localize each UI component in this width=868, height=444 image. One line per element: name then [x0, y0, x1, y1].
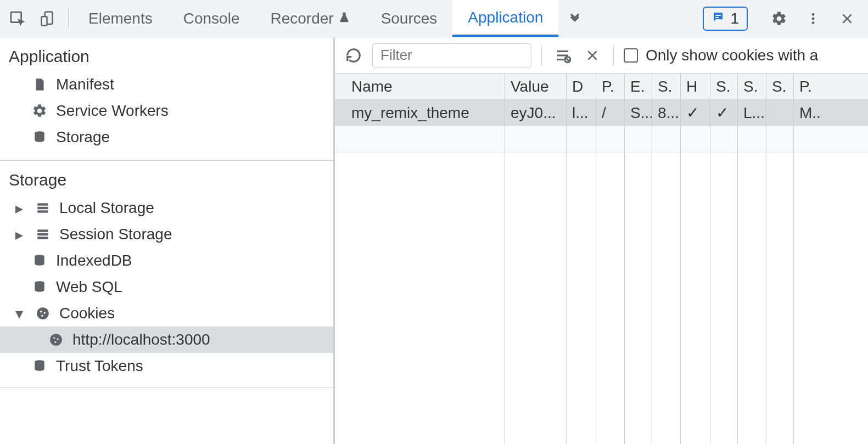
section-application-title: Application: [0, 37, 333, 71]
svg-rect-9: [37, 203, 48, 205]
svg-rect-3: [715, 15, 721, 16]
cell-path: /: [596, 100, 625, 126]
filter-separator: [541, 46, 542, 65]
table-row[interactable]: my_remix_theme eyJ0... l... / S... 8... …: [335, 100, 868, 126]
svg-point-17: [37, 307, 49, 319]
svg-point-18: [40, 311, 42, 312]
svg-rect-14: [37, 237, 48, 239]
section-storage-title: Storage: [0, 161, 333, 195]
toolbar-right: 1: [699, 0, 866, 37]
tab-recorder[interactable]: Recorder: [255, 0, 365, 37]
toolbar-separator: [68, 8, 69, 29]
sidebar-item-session-storage[interactable]: ▸ Session Storage: [0, 221, 333, 248]
database-icon: [31, 130, 48, 144]
svg-rect-4: [715, 17, 719, 18]
only-show-cookies-checkbox[interactable]: Only show cookies with a: [624, 47, 818, 64]
delete-icon[interactable]: [581, 44, 603, 66]
svg-rect-2: [42, 16, 47, 25]
table-body: my_remix_theme eyJ0... l... / S... 8... …: [335, 100, 868, 444]
col-value[interactable]: Value: [505, 74, 567, 99]
message-icon: [712, 10, 725, 27]
inspect-element-icon[interactable]: [2, 0, 33, 37]
kebab-menu-icon[interactable]: [798, 12, 828, 26]
sidebar-item-label: Cookies: [59, 305, 115, 322]
database-icon: [31, 280, 48, 294]
database-icon: [31, 254, 48, 268]
table-header: Name Value D P. E. S. H S. S. S. P.: [335, 74, 868, 100]
col-expires[interactable]: E.: [625, 74, 652, 99]
issues-count: 1: [730, 10, 739, 27]
clear-all-icon[interactable]: [552, 44, 574, 66]
col-httponly[interactable]: H: [681, 74, 710, 99]
table-icon: [34, 201, 52, 215]
refresh-icon[interactable]: [343, 44, 365, 66]
svg-rect-12: [37, 229, 48, 232]
sidebar-item-label: Manifest: [56, 76, 114, 93]
table-row-empty[interactable]: [335, 126, 868, 153]
cell-sameparty: [766, 100, 794, 126]
svg-point-21: [50, 334, 62, 346]
expand-arrow-icon[interactable]: ▸: [15, 199, 26, 217]
table-row-empty: [335, 153, 868, 444]
cell-domain: l...: [567, 100, 596, 126]
cell-size: 8...: [652, 100, 681, 126]
gear-icon: [31, 103, 48, 119]
sidebar-item-manifest[interactable]: Manifest: [0, 71, 333, 98]
tab-console[interactable]: Console: [168, 0, 255, 37]
svg-point-19: [44, 312, 46, 313]
filter-bar: Only show cookies with a: [335, 37, 868, 74]
cookie-icon: [34, 306, 52, 321]
tab-application[interactable]: Application: [452, 0, 558, 37]
col-secure[interactable]: S.: [710, 74, 738, 99]
col-domain[interactable]: D: [567, 74, 596, 99]
svg-line-30: [566, 58, 569, 61]
section-divider: [0, 387, 333, 387]
sidebar-item-cookie-origin[interactable]: http://localhost:3000: [0, 327, 333, 353]
svg-point-6: [812, 17, 815, 20]
col-name[interactable]: Name: [335, 74, 505, 99]
sidebar-item-websql[interactable]: Web SQL: [0, 274, 333, 300]
sidebar-item-local-storage[interactable]: ▸ Local Storage: [0, 195, 333, 221]
svg-rect-10: [37, 207, 48, 209]
cell-samesite: L...: [738, 100, 766, 126]
document-icon: [31, 77, 48, 92]
col-path[interactable]: P.: [596, 74, 625, 99]
col-size[interactable]: S.: [652, 74, 681, 99]
sidebar-item-indexeddb[interactable]: IndexedDB: [0, 248, 333, 274]
cell-name: my_remix_theme: [335, 100, 505, 126]
sidebar-item-label: Service Workers: [56, 102, 169, 120]
more-tabs-icon[interactable]: [558, 0, 591, 37]
table-icon: [34, 227, 52, 241]
col-samesite[interactable]: S.: [738, 74, 766, 99]
main-area: Application Manifest Service Workers Sto…: [0, 37, 868, 444]
cell-secure: ✓: [710, 100, 738, 126]
svg-point-20: [41, 315, 43, 317]
flask-icon: [338, 10, 350, 27]
sidebar-item-storage[interactable]: Storage: [0, 124, 333, 150]
filter-separator: [613, 46, 614, 65]
tab-sources[interactable]: Sources: [366, 0, 453, 37]
collapse-arrow-icon[interactable]: ▾: [15, 305, 26, 323]
filter-input[interactable]: [372, 43, 531, 68]
sidebar-item-service-workers[interactable]: Service Workers: [0, 98, 333, 124]
issues-badge[interactable]: 1: [703, 7, 748, 31]
expand-arrow-icon[interactable]: ▸: [15, 226, 26, 244]
svg-point-23: [57, 338, 59, 340]
sidebar-item-label: Trust Tokens: [56, 357, 143, 375]
settings-icon[interactable]: [764, 10, 794, 27]
application-sidebar: Application Manifest Service Workers Sto…: [0, 37, 335, 444]
col-sameparty[interactable]: S.: [766, 74, 794, 99]
sidebar-item-trust-tokens[interactable]: Trust Tokens: [0, 353, 333, 379]
svg-rect-11: [37, 210, 48, 212]
tab-elements[interactable]: Elements: [73, 0, 168, 37]
sidebar-item-label: Local Storage: [59, 199, 154, 217]
sidebar-item-cookies[interactable]: ▾ Cookies: [0, 300, 333, 327]
close-icon[interactable]: [832, 12, 863, 26]
checkbox-label: Only show cookies with a: [646, 47, 818, 64]
cell-priority: M..: [794, 100, 838, 126]
svg-point-24: [54, 341, 56, 343]
device-toggle-icon[interactable]: [33, 0, 64, 37]
col-priority[interactable]: P.: [794, 74, 838, 99]
sidebar-item-label: Storage: [56, 128, 110, 146]
cookies-pane: Only show cookies with a Name Value D P.…: [335, 37, 868, 444]
